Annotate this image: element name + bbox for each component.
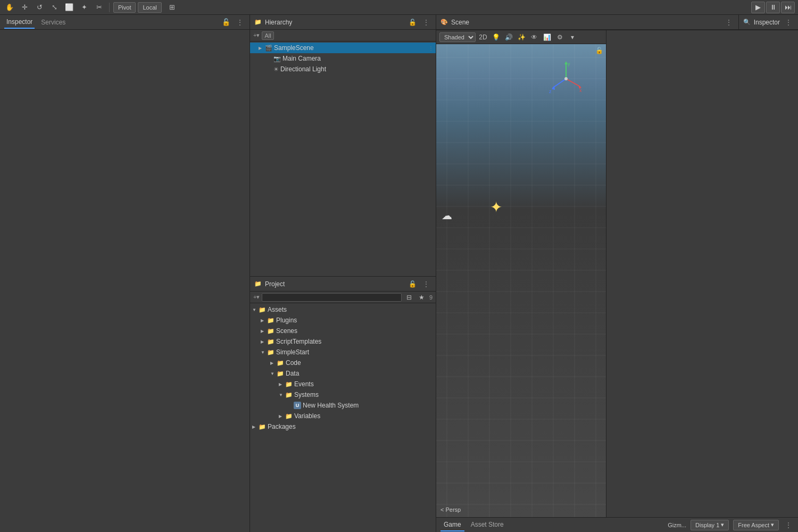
shading-select[interactable]: Shaded [439,32,476,42]
scripttemplates-arrow: ▶ [261,339,266,344]
hierarchy-all-tag[interactable]: All [262,31,273,40]
project-actions: 🔓 ⋮ [406,279,431,289]
project-add-btn[interactable]: +▾ [253,294,260,301]
move-tool-btn[interactable]: ✛ [18,2,31,13]
project-starred-btn[interactable]: ★ [417,292,427,303]
assets-arrow: ▼ [252,307,257,312]
nhs-u-icon: U [294,402,301,409]
more-scene-btn[interactable]: ▾ [567,32,578,43]
hierarchy-actions: 🔓 ⋮ [406,18,431,27]
events-folder-icon: 📁 [285,381,293,388]
persp-label: < Persp [440,506,461,513]
hierarchy-camera-item[interactable]: 📷 Main Camera [250,53,436,64]
project-folder-icon: 📁 [254,280,262,287]
project-systems-item[interactable]: ▼ 📁 Systems [250,389,436,400]
display-select-btn[interactable]: Display 1 ▾ [691,520,729,530]
project-plugins-item[interactable]: ▶ 📁 Plugins [250,315,436,326]
project-events-item[interactable]: ▶ 📁 Events [250,379,436,389]
hidden-btn[interactable]: 👁 [529,32,539,43]
game-tab-btn[interactable]: Game [440,519,464,531]
light-icon: ☀ [273,66,279,73]
hierarchy-more-btn[interactable]: ⋮ [421,18,431,27]
hierarchy-scene-item[interactable]: ▶ 🎬 SampleScene ⋮ [250,43,436,53]
project-content[interactable]: ▼ 📁 Assets ▶ 📁 Plugins ▶ 📁 Scenes [250,303,436,532]
scene-viewport[interactable]: ✦ ☁ y x [436,44,606,517]
code-folder-icon: 📁 [277,360,284,367]
project-scripttemplates-item[interactable]: ▶ 📁 ScriptTemplates [250,336,436,347]
project-code-item[interactable]: ▶ 📁 Code [250,358,436,368]
audio-btn[interactable]: 🔊 [503,32,514,43]
game-more-btn[interactable]: ⋮ [783,520,794,530]
pivot-btn[interactable]: Pivot [113,2,136,13]
stats-btn[interactable]: 📊 [542,32,552,43]
project-newhealthsystem-item[interactable]: U New Health System [250,400,436,411]
svg-line-6 [553,79,566,88]
project-assets-item[interactable]: ▼ 📁 Assets [250,304,436,315]
project-data-item[interactable]: ▼ 📁 Data [250,368,436,379]
custom-tool-btn[interactable]: ✂ [93,2,105,13]
data-arrow: ▼ [270,371,276,376]
project-more-btn[interactable]: ⋮ [421,279,431,289]
svg-line-3 [566,79,580,87]
hierarchy-panel: 📁 Hierarchy 🔓 ⋮ +▾ All ▶ 🎬 SampleScene [250,15,436,277]
aspect-select-btn[interactable]: Free Aspect ▾ [733,520,779,530]
hierarchy-content[interactable]: ▶ 🎬 SampleScene ⋮ 📷 Main Camera ☀ [250,41,436,276]
right-panels: 🎨 Scene ⋮ 🔍 Inspector ⋮ Shaded [436,15,798,532]
scene-header: 🎨 Scene ⋮ [436,15,739,30]
local-btn[interactable]: Local [138,2,161,13]
project-variables-item[interactable]: ▶ 📁 Variables [250,411,436,421]
hierarchy-add-btn[interactable]: +▾ [253,32,260,39]
transform-tool-btn[interactable]: ✦ [78,2,90,13]
variables-arrow: ▶ [279,414,284,419]
project-scenes-item[interactable]: ▶ 📁 Scenes [250,326,436,336]
hierarchy-light-item[interactable]: ☀ Directional Light [250,64,436,74]
more-btn[interactable]: ⋮ [235,18,245,27]
plugins-folder-icon: 📁 [267,317,275,324]
hand-tool-btn[interactable]: ✋ [3,2,16,13]
scale-tool-btn[interactable]: ⤡ [48,2,61,13]
hierarchy-lock-btn[interactable]: 🔓 [406,18,419,27]
rotate-tool-btn[interactable]: ↺ [33,2,46,13]
top-tab-row: 🎨 Scene ⋮ 🔍 Inspector ⋮ [436,15,798,30]
separator-1 [109,3,110,12]
variables-label: Variables [294,412,320,420]
lighting-btn[interactable]: 💡 [491,32,501,43]
scene-toolbar: Shaded 2D 💡 🔊 ✨ 👁 📊 ⚙ ▾ [436,30,606,44]
rect-tool-btn[interactable]: ⬜ [63,2,76,13]
project-search-input[interactable] [262,293,401,302]
play-btn[interactable]: ▶ [751,2,765,13]
pivot-label: Pivot [118,4,131,11]
scene-more-icon[interactable]: ⋮ [428,45,434,51]
project-panel: 📁 Project 🔓 ⋮ +▾ ⊟ ★ 9 ▼ 📁 Assets [250,277,436,532]
scenes-arrow: ▶ [261,329,266,334]
inspector-right-icon: 🔍 [743,19,751,26]
tab-inspector[interactable]: Inspector [4,16,35,29]
2d-btn[interactable]: 2D [478,32,488,43]
scene-more-btn[interactable]: ⋮ [724,18,734,27]
step-btn[interactable]: ⏭ [781,2,795,13]
project-filter-btn[interactable]: ⊟ [404,292,414,303]
inspector-left-content [0,30,250,532]
systems-label: Systems [294,391,319,398]
project-lock-btn[interactable]: 🔓 [406,279,419,289]
scene-lock-btn[interactable]: 🔓 [595,47,603,54]
scene-icon: 🎬 [265,45,272,52]
sun-icon: ✦ [490,198,502,216]
asset-store-tab-btn[interactable]: Asset Store [468,519,507,531]
fx-btn[interactable]: ✨ [516,32,527,43]
data-label: Data [286,370,299,377]
tab-services[interactable]: Services [39,16,68,28]
hierarchy-search-bar: +▾ All [250,30,436,41]
left-panel: Inspector Services 🔓 ⋮ [0,15,250,532]
pause-btn[interactable]: ⏸ [766,2,780,13]
assets-folder-icon: 📁 [259,306,266,313]
project-packages-item[interactable]: ▶ 📁 Packages [250,421,436,432]
scene-tab-title[interactable]: Scene [451,19,469,26]
lock-icon[interactable]: 🔓 [222,18,230,26]
project-simplestart-item[interactable]: ▼ 📁 SimpleStart [250,347,436,358]
2d-label: 2D [479,34,487,41]
inspector-right-more-btn[interactable]: ⋮ [783,18,794,27]
gizmos-btn[interactable]: ⚙ [554,32,565,43]
grid-btn[interactable]: ⊞ [166,2,179,13]
scripttemplates-folder-icon: 📁 [267,338,275,345]
